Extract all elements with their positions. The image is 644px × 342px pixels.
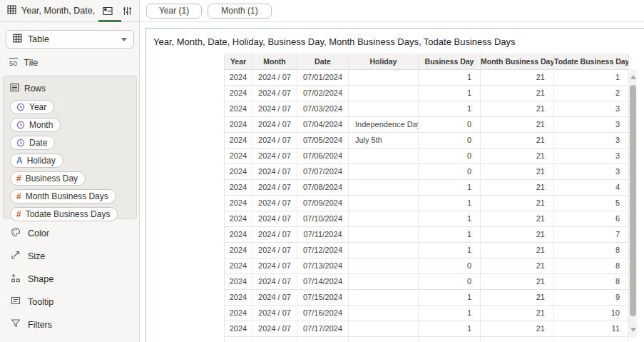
text-attribute-icon: A — [16, 156, 23, 165]
number-attribute-icon: # — [16, 174, 21, 183]
column-header-year[interactable]: Year — [225, 54, 252, 69]
column-header-todate-business-days[interactable]: Todate Business Days — [554, 54, 629, 69]
table-row[interactable]: 2024 2024 / 07 07/02/2024 1 21 2 — [225, 85, 629, 101]
cell-month-business-days: 21 — [481, 321, 554, 336]
cell-holiday — [349, 289, 419, 305]
cell-year: 2024 — [225, 164, 252, 179]
cell-business-day: 0 — [419, 148, 481, 164]
cell-year: 2024 — [225, 116, 252, 132]
table-row[interactable]: 2024 2024 / 07 07/14/2024 0 21 8 — [225, 273, 629, 289]
cell-month: 2024 / 07 — [252, 179, 297, 195]
column-header-month[interactable]: Month — [252, 54, 297, 69]
rows-drop-panel: Rows Year Month Date — [3, 76, 137, 219]
scroll-down-arrow-icon[interactable] — [630, 328, 636, 332]
cell-month: 2024 / 07 — [252, 148, 297, 164]
filter-bar: Year (1) Month (1) — [140, 0, 644, 22]
drop-target-shape[interactable]: Shape — [0, 268, 139, 291]
table-row[interactable]: 2024 2024 / 07 07/11/2024 1 21 7 — [225, 226, 629, 242]
cell-month-business-days: 21 — [481, 148, 554, 164]
cell-month-business-days: 21 — [481, 116, 554, 132]
cell-date: 07/04/2024 — [297, 116, 349, 132]
column-header-date[interactable]: Date — [297, 54, 349, 69]
cell-date: 07/14/2024 — [297, 273, 349, 289]
chevron-down-icon — [121, 38, 127, 41]
drop-target-tooltip[interactable]: Tooltip — [0, 291, 139, 313]
cell-year: 2024 — [225, 211, 252, 226]
filter-funnel-icon — [11, 318, 21, 331]
cell-todate-business-days: 7 — [554, 226, 629, 242]
clock-icon — [16, 103, 25, 111]
filter-chip-year[interactable]: Year (1) — [146, 4, 202, 19]
cell-month-business-days: 21 — [481, 258, 554, 273]
tile-viz-icon: 50 — [9, 58, 18, 67]
pill-business-day[interactable]: # Business Day — [10, 171, 86, 186]
visualization-canvas[interactable]: Year, Month, Date, Holiday, Business Day… — [145, 28, 644, 342]
properties-sliders-icon[interactable] — [123, 6, 132, 16]
table-row[interactable]: 2024 2024 / 07 07/16/2024 1 21 10 — [225, 305, 629, 321]
cell-todate-business-days: 5 — [554, 195, 629, 211]
main-area: Year (1) Month (1) Year, Month, Date, Ho… — [140, 0, 644, 342]
cell-year: 2024 — [225, 273, 252, 289]
cell-business-day: 1 — [419, 85, 481, 101]
cell-month-business-days: 21 — [481, 195, 554, 211]
pill-holiday[interactable]: A Holiday — [10, 154, 63, 168]
viz-type-dropdown[interactable]: Table — [6, 30, 134, 49]
table-row[interactable]: 2024 2024 / 07 07/09/2024 1 21 5 — [225, 195, 629, 211]
cell-year: 2024 — [225, 148, 252, 164]
cell-year: 2024 — [225, 85, 252, 101]
active-tab-underline — [98, 20, 121, 22]
drop-target-filters[interactable]: Filters — [0, 313, 139, 336]
number-attribute-icon: # — [16, 210, 21, 218]
column-header-business-day[interactable]: Business Day — [419, 54, 481, 69]
table-row[interactable]: 2024 2024 / 07 07/10/2024 1 21 6 — [225, 211, 629, 226]
pill-todate-business-days[interactable]: # Todate Business Days — [10, 207, 118, 221]
table-row[interactable]: 2024 2024 / 07 07/07/2024 0 21 3 — [225, 164, 629, 179]
column-header-holiday[interactable]: Holiday — [349, 54, 419, 69]
cell-date: 07/02/2024 — [297, 85, 349, 101]
pill-month-business-days[interactable]: # Month Business Days — [10, 189, 116, 203]
resize-icon — [11, 250, 21, 263]
cell-year: 2024 — [225, 69, 252, 85]
app-window: Year, Month, Date, ... Table 50 Tile — [0, 0, 644, 342]
cell-holiday — [349, 85, 419, 101]
pill-year[interactable]: Year — [10, 100, 54, 114]
cell-business-day: 1 — [419, 69, 481, 85]
cell-todate-business-days: 3 — [554, 132, 629, 148]
table-row[interactable]: 2024 2024 / 07 07/17/2024 1 21 11 — [225, 321, 629, 336]
table-row[interactable]: 2024 2024 / 07 07/06/2024 0 21 3 — [225, 148, 629, 164]
grammar-tools: Color Size Shape Tooltip — [0, 222, 139, 336]
table-row[interactable]: 2024 2024 / 07 07/01/2024 1 21 1 — [225, 69, 629, 85]
cell-month-business-days: 21 — [481, 69, 554, 85]
shape-icon — [11, 273, 21, 286]
cell-date: 07/07/2024 — [297, 164, 349, 179]
cell-todate-business-days: 2 — [554, 85, 629, 101]
cell-month: 2024 / 07 — [252, 132, 297, 148]
filter-chip-month[interactable]: Month (1) — [208, 4, 272, 19]
pill-date[interactable]: Date — [10, 136, 55, 150]
table-row[interactable]: 2024 2024 / 07 07/13/2024 0 21 8 — [225, 258, 629, 273]
palette-icon — [11, 227, 21, 240]
table-row[interactable]: 2024 2024 / 07 07/03/2024 1 21 3 — [225, 101, 629, 116]
pill-month[interactable]: Month — [10, 118, 61, 132]
column-header-month-business-days[interactable]: Month Business Days — [481, 54, 554, 69]
cell-month: 2024 / 07 — [252, 195, 297, 211]
grammar-panel-tab-icon[interactable] — [103, 6, 113, 16]
table-row[interactable]: 2024 2024 / 07 07/12/2024 1 21 8 — [225, 242, 629, 258]
cell-todate-business-days: 10 — [554, 305, 629, 321]
scrollbar-thumb[interactable] — [630, 85, 636, 316]
cell-business-day: 0 — [419, 273, 481, 289]
tile-viz-option[interactable]: 50 Tile — [9, 56, 38, 69]
data-table: Year Month Date Holiday Business Day Mon… — [224, 54, 629, 342]
drop-target-color[interactable]: Color — [0, 222, 139, 245]
scroll-up-arrow-icon[interactable] — [630, 75, 636, 79]
clock-icon — [16, 139, 25, 147]
table-row[interactable]: 2024 2024 / 07 07/08/2024 1 21 4 — [225, 179, 629, 195]
table-row[interactable]: 2024 2024 / 07 07/05/2024 July 5th 0 21 … — [225, 132, 629, 148]
number-attribute-icon: # — [16, 192, 21, 201]
table-row[interactable]: 2024 2024 / 07 07/15/2024 1 21 9 — [225, 289, 629, 305]
visualization-title-truncated: Year, Month, Date, ... — [21, 6, 98, 16]
vertical-scrollbar[interactable] — [629, 69, 637, 338]
drop-target-size[interactable]: Size — [0, 245, 139, 268]
table-row[interactable]: 2024 2024 / 07 07/04/2024 Independence D… — [225, 116, 629, 132]
cell-holiday — [349, 179, 419, 195]
